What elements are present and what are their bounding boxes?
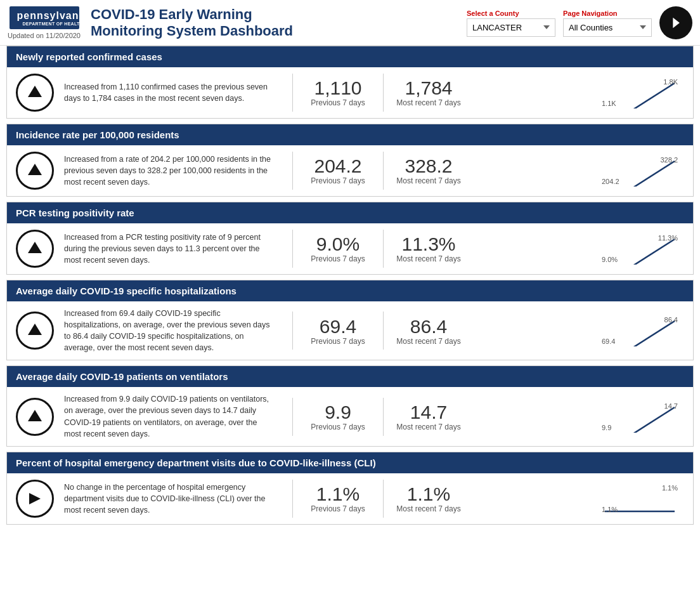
chart-area-pcr-positivity: 9.0% 11.3% <box>463 233 684 265</box>
prev-value-ventilators: 9.9 <box>325 402 351 423</box>
divider-left-cli <box>292 480 293 518</box>
chart-low-label-pcr-positivity: 9.0% <box>602 256 618 263</box>
trend-arrow-incidence-rate <box>16 152 54 190</box>
prev-value-confirmed-cases: 1,110 <box>314 77 361 98</box>
svg-line-12 <box>605 407 675 433</box>
prev-value-cli: 1.1% <box>316 483 360 504</box>
trend-chart-ventilators: 9.9 14.7 <box>602 401 678 433</box>
trend-chart-confirmed-cases: 1.1K 1.8K <box>602 77 678 108</box>
section-body-ventilators: Increased from 9.9 daily COVID-19 patien… <box>7 387 693 446</box>
section-hospitalizations: Average daily COVID-19 specific hospital… <box>6 280 694 361</box>
prev-value-hospitalizations: 69.4 <box>320 316 356 337</box>
description-cli: No change in the percentage of hospital … <box>54 482 282 516</box>
description-confirmed-cases: Increased from 1,110 confirmed cases the… <box>54 81 282 104</box>
chart-area-ventilators: 9.9 14.7 <box>463 401 684 433</box>
chart-low-label-incidence-rate: 204.2 <box>602 178 619 185</box>
divider-mid-ventilators <box>383 398 384 436</box>
section-incidence-rate: Incidence rate per 100,000 residents Inc… <box>6 124 694 197</box>
section-header-ventilators: Average daily COVID-19 patients on venti… <box>7 366 693 387</box>
divider-left-incidence-rate <box>292 152 293 190</box>
prev-stat-ventilators: 9.9 Previous 7 days <box>303 402 373 431</box>
trend-arrow-confirmed-cases <box>16 74 54 112</box>
section-header-hospitalizations: Average daily COVID-19 specific hospital… <box>7 280 693 301</box>
divider-left-hospitalizations <box>292 312 293 350</box>
chart-high-label-incidence-rate: 328.2 <box>660 156 678 164</box>
prev-label-ventilators: Previous 7 days <box>311 423 365 431</box>
divider-mid-hospitalizations <box>383 312 384 350</box>
recent-label-ventilators: Most recent 7 days <box>396 423 460 431</box>
chart-high-label-hospitalizations: 86.4 <box>664 316 678 324</box>
svg-marker-9 <box>28 324 42 335</box>
divider-mid-pcr-positivity <box>383 230 384 268</box>
chart-high-label-pcr-positivity: 11.3% <box>658 234 678 242</box>
nav-next-button[interactable] <box>659 6 692 39</box>
trend-chart-incidence-rate: 204.2 328.2 <box>602 155 678 187</box>
recent-value-incidence-rate: 328.2 <box>405 155 452 176</box>
prev-label-confirmed-cases: Previous 7 days <box>311 98 365 107</box>
recent-stat-pcr-positivity: 11.3% Most recent 7 days <box>394 233 463 263</box>
trend-chart-hospitalizations: 69.4 86.4 <box>602 315 678 346</box>
divider-left-pcr-positivity <box>292 230 293 268</box>
recent-label-pcr-positivity: Most recent 7 days <box>396 254 460 263</box>
divider-left-confirmed-cases <box>292 74 293 112</box>
recent-value-cli: 1.1% <box>407 483 450 504</box>
updated-date: Updated on 11/20/2020 <box>8 32 81 39</box>
chart-high-label-cli: 1.1% <box>662 484 678 492</box>
trend-arrow-hospitalizations <box>16 312 54 350</box>
section-ventilators: Average daily COVID-19 patients on venti… <box>6 365 694 447</box>
recent-value-ventilators: 14.7 <box>410 402 447 423</box>
prev-stat-hospitalizations: 69.4 Previous 7 days <box>303 316 373 346</box>
section-pcr-positivity: PCR testing positivity rate Increased fr… <box>6 202 694 275</box>
controls-area: Select a County LANCASTER Page Navigatio… <box>467 6 692 39</box>
section-body-confirmed-cases: Increased from 1,110 confirmed cases the… <box>7 67 693 118</box>
divider-mid-confirmed-cases <box>383 74 384 112</box>
divider-mid-incidence-rate <box>383 152 384 190</box>
section-cli: Percent of hospital emergency department… <box>6 452 694 525</box>
divider-left-ventilators <box>292 398 293 436</box>
nav-select-label: Page Navigation <box>563 10 652 17</box>
recent-stat-hospitalizations: 86.4 Most recent 7 days <box>394 316 463 346</box>
recent-stat-cli: 1.1% Most recent 7 days <box>394 483 463 513</box>
prev-label-pcr-positivity: Previous 7 days <box>311 254 365 263</box>
county-select-group: Select a County LANCASTER <box>467 10 555 37</box>
prev-label-incidence-rate: Previous 7 days <box>311 176 365 185</box>
description-incidence-rate: Increased from a rate of 204.2 per 100,0… <box>54 154 282 188</box>
chart-area-hospitalizations: 69.4 86.4 <box>463 315 684 346</box>
svg-marker-13 <box>29 493 41 504</box>
prev-stat-cli: 1.1% Previous 7 days <box>303 483 373 513</box>
recent-value-confirmed-cases: 1,784 <box>405 77 452 98</box>
nav-select[interactable]: All Counties <box>563 18 652 37</box>
prev-stat-incidence-rate: 204.2 Previous 7 days <box>303 155 373 185</box>
trend-chart-pcr-positivity: 9.0% 11.3% <box>602 233 678 265</box>
chart-area-confirmed-cases: 1.1K 1.8K <box>463 77 684 108</box>
section-body-incidence-rate: Increased from a rate of 204.2 per 100,0… <box>7 145 693 196</box>
section-header-incidence-rate: Incidence rate per 100,000 residents <box>7 124 693 145</box>
prev-label-cli: Previous 7 days <box>311 504 365 513</box>
title-area: COVID-19 Early Warning Monitoring System… <box>91 6 467 40</box>
chart-high-label-confirmed-cases: 1.8K <box>663 78 678 86</box>
section-header-cli: Percent of hospital emergency department… <box>7 452 693 473</box>
county-select[interactable]: LANCASTER <box>467 18 555 37</box>
svg-marker-7 <box>28 242 42 253</box>
trend-arrow-pcr-positivity <box>16 230 54 268</box>
recent-value-hospitalizations: 86.4 <box>410 316 447 337</box>
prev-value-pcr-positivity: 9.0% <box>316 233 360 254</box>
svg-line-10 <box>605 321 675 346</box>
sections-container: Newly reported confirmed cases Increased… <box>0 46 700 525</box>
description-hospitalizations: Increased from 69.4 daily COVID-19 speci… <box>54 308 282 354</box>
county-select-label: Select a County <box>467 10 555 17</box>
chart-low-label-hospitalizations: 69.4 <box>602 338 615 345</box>
trend-arrow-ventilators <box>16 398 54 436</box>
recent-stat-confirmed-cases: 1,784 Most recent 7 days <box>394 77 463 107</box>
chart-area-incidence-rate: 204.2 328.2 <box>463 155 684 187</box>
recent-label-hospitalizations: Most recent 7 days <box>396 337 460 346</box>
svg-marker-5 <box>28 164 42 175</box>
trend-chart-cli: 1.1% 1.1% <box>602 483 678 515</box>
divider-mid-cli <box>383 480 384 518</box>
prev-value-incidence-rate: 204.2 <box>314 155 361 176</box>
svg-marker-11 <box>28 410 42 421</box>
recent-label-incidence-rate: Most recent 7 days <box>396 176 460 185</box>
description-ventilators: Increased from 9.9 daily COVID-19 patien… <box>54 393 282 440</box>
chart-area-cli: 1.1% 1.1% <box>463 483 684 515</box>
pa-logo-text: pennsylvania <box>17 10 89 22</box>
